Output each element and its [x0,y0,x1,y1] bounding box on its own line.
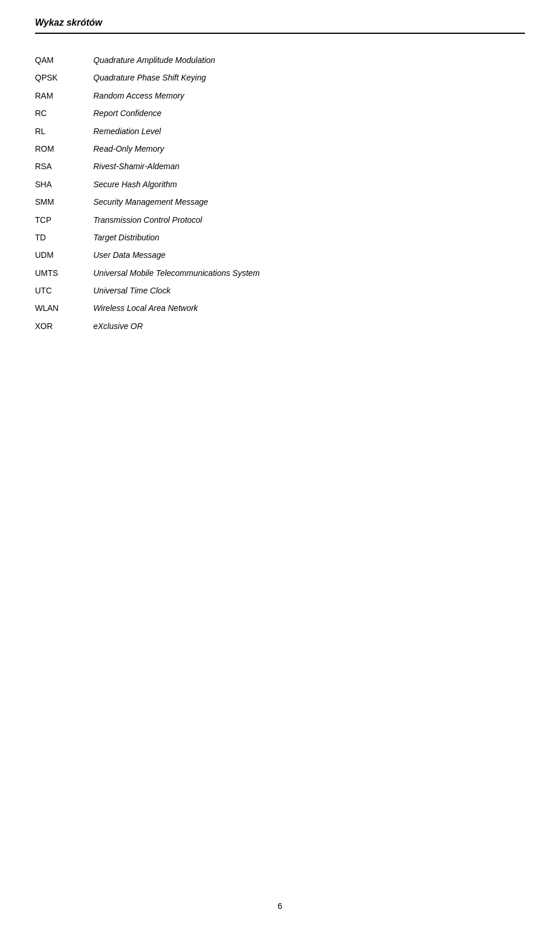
table-row: QAMQuadrature Amplitude Modulation [35,51,525,69]
abbreviation-term: RAM [35,87,93,104]
abbreviation-definition: Quadrature Amplitude Modulation [93,51,525,69]
abbreviation-definition: User Data Message [93,246,525,264]
abbreviation-definition: Universal Mobile Telecommunications Syst… [93,264,525,282]
table-row: RLRemediation Level [35,123,525,140]
table-row: WLANWireless Local Area Network [35,299,525,317]
abbreviation-definition: Wireless Local Area Network [93,299,525,317]
abbreviation-term: SMM [35,193,93,211]
abbreviation-definition: Rivest-Shamir-Aldeman [93,158,525,175]
abbreviation-term: XOR [35,317,93,335]
abbreviation-definition: Universal Time Clock [93,282,525,299]
abbreviation-term: SHA [35,176,93,193]
table-row: TDTarget Distribution [35,229,525,246]
abbreviation-term: WLAN [35,299,93,317]
abbreviation-term: TD [35,229,93,246]
abbreviation-term: QPSK [35,69,93,86]
abbreviation-term: QAM [35,51,93,69]
abbreviation-term: UDM [35,246,93,264]
page-title: Wykaz skrótów [35,18,102,27]
table-row: UTCUniversal Time Clock [35,282,525,299]
table-row: SMMSecurity Management Message [35,193,525,211]
abbreviation-term: RL [35,123,93,140]
abbreviation-definition: Secure Hash Algorithm [93,176,525,193]
page-container: Wykaz skrótów QAMQuadrature Amplitude Mo… [0,0,560,370]
table-row: RAMRandom Access Memory [35,87,525,104]
abbreviation-definition: Report Confidence [93,104,525,122]
abbreviation-definition: Remediation Level [93,123,525,140]
table-row: SHASecure Hash Algorithm [35,176,525,193]
abbreviation-term: UTC [35,282,93,299]
abbreviation-definition: Read-Only Memory [93,140,525,158]
table-row: RCReport Confidence [35,104,525,122]
abbreviation-definition: Quadrature Phase Shift Keying [93,69,525,86]
abbreviation-table: QAMQuadrature Amplitude ModulationQPSKQu… [35,51,525,335]
abbreviation-definition: Random Access Memory [93,87,525,104]
abbreviation-term: ROM [35,140,93,158]
table-row: ROMRead-Only Memory [35,140,525,158]
abbreviation-term: RC [35,104,93,122]
abbreviation-term: TCP [35,211,93,229]
table-row: UDMUser Data Message [35,246,525,264]
abbreviation-definition: Security Management Message [93,193,525,211]
abbreviation-definition: Transmission Control Protocol [93,211,525,229]
page-header: Wykaz skrótów [35,18,525,34]
table-row: QPSKQuadrature Phase Shift Keying [35,69,525,86]
table-row: RSARivest-Shamir-Aldeman [35,158,525,175]
page-number: 6 [278,901,282,911]
abbreviation-term: UMTS [35,264,93,282]
abbreviation-definition: eXclusive OR [93,317,525,335]
abbreviation-term: RSA [35,158,93,175]
abbreviation-definition: Target Distribution [93,229,525,246]
table-row: TCPTransmission Control Protocol [35,211,525,229]
table-row: XOReXclusive OR [35,317,525,335]
table-row: UMTSUniversal Mobile Telecommunications … [35,264,525,282]
